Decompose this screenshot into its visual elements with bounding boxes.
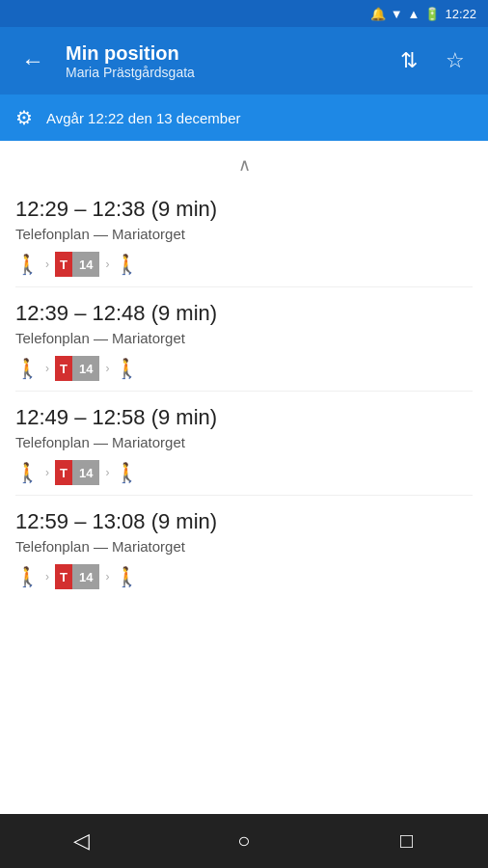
walk-start-icon: 🚶 <box>15 461 40 484</box>
home-nav-icon: ○ <box>237 828 250 854</box>
home-nav-button[interactable]: ○ <box>215 814 273 868</box>
bus-badge: T 14 <box>55 460 99 485</box>
journey-route: Telefonplan — Mariatorget <box>15 538 473 555</box>
bus-number-label: 14 <box>72 356 99 381</box>
back-nav-button[interactable]: ◁ <box>52 814 110 868</box>
chevron-icon: › <box>45 258 49 271</box>
star-icon: ☆ <box>446 48 465 73</box>
transport-row: 🚶 › T 14 › 🚶 <box>15 356 473 381</box>
journey-time: 12:29 – 12:38 (9 min) <box>15 197 473 222</box>
walk-end-icon: 🚶 <box>115 565 139 588</box>
bus-type-label: T <box>55 356 72 381</box>
journey-item[interactable]: 12:59 – 13:08 (9 min) Telefonplan — Mari… <box>15 496 473 599</box>
bus-badge: T 14 <box>55 252 99 277</box>
walk-start-icon: 🚶 <box>15 357 40 380</box>
signal-icon: ▲ <box>408 7 420 21</box>
journey-route: Telefonplan — Mariatorget <box>15 226 473 242</box>
wifi-icon: ▼ <box>391 7 403 21</box>
journey-route: Telefonplan — Mariatorget <box>15 330 473 346</box>
transport-row: 🚶 › T 14 › 🚶 <box>15 460 473 485</box>
page-subtitle: Maria Prästgårdsgata <box>66 65 376 80</box>
journey-item[interactable]: 12:49 – 12:58 (9 min) Telefonplan — Mari… <box>15 392 473 496</box>
chevron-icon-2: › <box>105 362 109 375</box>
bus-type-label: T <box>55 252 72 277</box>
transport-row: 🚶 › T 14 › 🚶 <box>15 564 473 589</box>
journey-list: 12:29 – 12:38 (9 min) Telefonplan — Mari… <box>0 183 488 599</box>
chevron-icon-2: › <box>105 570 109 583</box>
app-bar-actions: ⇅ ☆ <box>392 43 473 78</box>
chevron-icon: › <box>45 362 49 375</box>
journey-time: 12:49 – 12:58 (9 min) <box>15 405 473 430</box>
back-icon: ← <box>21 47 44 74</box>
app-bar: ← Min position Maria Prästgårdsgata ⇅ ☆ <box>0 27 488 95</box>
bottom-nav-bar: ◁ ○ □ <box>0 814 488 868</box>
collapse-button[interactable]: ∧ <box>238 154 251 176</box>
walk-end-icon: 🚶 <box>115 357 139 380</box>
journey-time: 12:59 – 13:08 (9 min) <box>15 509 473 534</box>
sort-button[interactable]: ⇅ <box>392 43 426 78</box>
back-button[interactable]: ← <box>15 43 50 78</box>
chevron-icon: › <box>45 570 49 583</box>
collapse-row: ∧ <box>0 141 488 183</box>
recent-nav-button[interactable]: □ <box>378 814 436 868</box>
bus-number-label: 14 <box>72 460 99 485</box>
bus-number-label: 14 <box>72 252 99 277</box>
bus-type-label: T <box>55 564 72 589</box>
bus-badge: T 14 <box>55 564 99 589</box>
alarm-icon: 🔔 <box>370 7 386 21</box>
journey-time: 12:39 – 12:48 (9 min) <box>15 301 473 326</box>
chevron-icon: › <box>45 466 49 479</box>
walk-start-icon: 🚶 <box>15 253 40 276</box>
battery-icon: 🔋 <box>424 7 440 21</box>
journey-route: Telefonplan — Mariatorget <box>15 434 473 450</box>
walk-end-icon: 🚶 <box>115 461 139 484</box>
journey-item[interactable]: 12:39 – 12:48 (9 min) Telefonplan — Mari… <box>15 287 473 392</box>
journey-item[interactable]: 12:29 – 12:38 (9 min) Telefonplan — Mari… <box>15 183 473 287</box>
chevron-icon-2: › <box>105 258 109 271</box>
walk-end-icon: 🚶 <box>115 253 139 276</box>
favorite-button[interactable]: ☆ <box>438 43 473 78</box>
page-title: Min position <box>66 41 376 65</box>
bus-number-label: 14 <box>72 564 99 589</box>
sort-icon: ⇅ <box>400 48 418 73</box>
app-bar-title-block: Min position Maria Prästgårdsgata <box>66 41 376 80</box>
departure-info: Avgår 12:22 den 13 december <box>46 110 241 126</box>
sub-bar: ⚙ Avgår 12:22 den 13 december <box>0 95 488 141</box>
recent-nav-icon: □ <box>400 828 413 854</box>
settings-icon[interactable]: ⚙ <box>15 106 33 129</box>
status-icons: 🔔 ▼ ▲ 🔋 12:22 <box>370 7 476 21</box>
time-display: 12:22 <box>445 7 476 21</box>
bus-badge: T 14 <box>55 356 99 381</box>
transport-row: 🚶 › T 14 › 🚶 <box>15 252 473 277</box>
chevron-icon-2: › <box>105 466 109 479</box>
status-bar: 🔔 ▼ ▲ 🔋 12:22 <box>0 0 488 27</box>
back-nav-icon: ◁ <box>73 828 90 854</box>
bus-type-label: T <box>55 460 72 485</box>
walk-start-icon: 🚶 <box>15 565 40 588</box>
